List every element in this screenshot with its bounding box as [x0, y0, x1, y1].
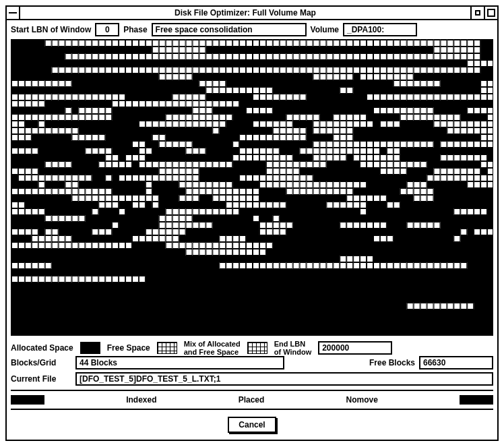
blocks-row: Blocks/Grid 44 Blocks Free Blocks 66630 — [11, 356, 493, 369]
status-row: Indexed Placed Nomove — [11, 395, 493, 405]
blocks-grid-label: Blocks/Grid — [11, 358, 71, 367]
separator — [11, 390, 493, 391]
mix-swatch-icon — [247, 342, 267, 354]
current-file-row: Current File [DFO_TEST_5]DFO_TEST_5_L.TX… — [11, 372, 493, 386]
header-row: Start LBN of Window 0 Phase Free space c… — [11, 23, 493, 36]
volume-field: _DPA100: — [343, 23, 417, 36]
legend-row: Allocated Space Free Space Mix of Alloca… — [11, 340, 493, 356]
status-placed: Placed — [239, 395, 265, 405]
start-lbn-field: 0 — [95, 23, 119, 36]
allocated-label: Allocated Space — [11, 343, 73, 353]
button-row: Cancel — [11, 414, 493, 434]
minimize-button[interactable] — [470, 7, 484, 19]
content: Start LBN of Window 0 Phase Free space c… — [7, 20, 497, 440]
status-indexed: Indexed — [126, 395, 156, 405]
status-swatch-left-icon — [11, 395, 44, 405]
volume-map — [11, 39, 493, 336]
separator-2 — [11, 409, 493, 410]
free-blocks-label: Free Blocks — [369, 358, 415, 367]
start-lbn-label: Start LBN of Window — [11, 25, 91, 34]
cancel-button[interactable]: Cancel — [228, 417, 276, 433]
end-lbn-field: 200000 — [318, 341, 392, 355]
titlebar: Disk File Optimizer: Full Volume Map — [7, 7, 497, 20]
end-lbn-label: End LBN of Window — [274, 340, 312, 356]
window-title: Disk File Optimizer: Full Volume Map — [20, 8, 470, 18]
allocated-swatch-icon — [80, 342, 100, 354]
status-nomove: Nomove — [346, 395, 377, 405]
blocks-grid-field: 44 Blocks — [75, 356, 284, 369]
free-swatch-icon — [157, 342, 177, 354]
maximize-button[interactable] — [484, 7, 497, 19]
free-label: Free Space — [107, 343, 150, 353]
status-swatch-right-icon — [460, 395, 493, 405]
mix-label: Mix of Allocated and Free Space — [184, 340, 241, 356]
window: Disk File Optimizer: Full Volume Map Sta… — [5, 5, 499, 441]
phase-label: Phase — [123, 25, 147, 34]
current-file-field: [DFO_TEST_5]DFO_TEST_5_L.TXT;1 — [75, 372, 493, 386]
free-blocks-field: 66630 — [419, 356, 493, 369]
current-file-label: Current File — [11, 374, 71, 384]
phase-field: Free space consolidation — [152, 23, 307, 36]
system-menu-button[interactable] — [7, 7, 20, 19]
volume-label: Volume — [311, 25, 339, 34]
